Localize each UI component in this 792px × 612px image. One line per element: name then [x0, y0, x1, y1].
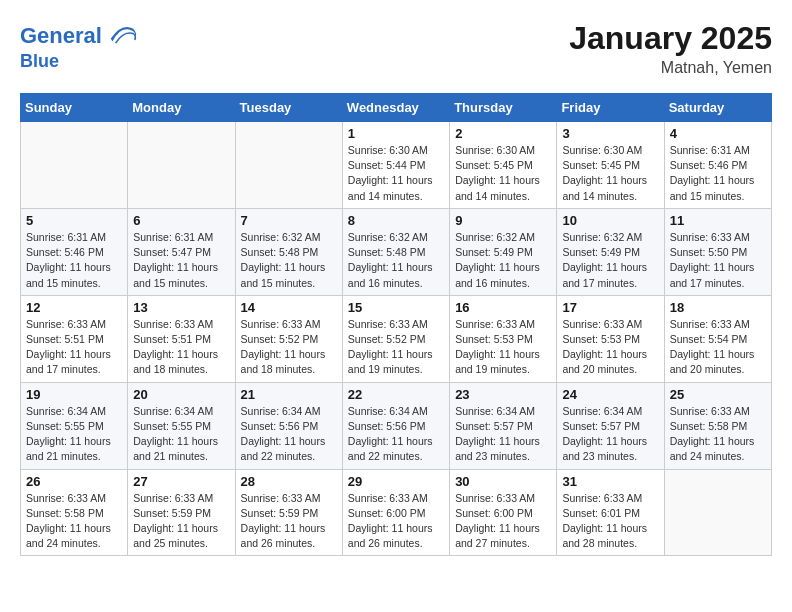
- day-cell: 9Sunrise: 6:32 AMSunset: 5:49 PMDaylight…: [450, 208, 557, 295]
- logo-blue-text: Blue: [20, 52, 138, 72]
- day-cell: 14Sunrise: 6:33 AMSunset: 5:52 PMDayligh…: [235, 295, 342, 382]
- day-cell: [235, 122, 342, 209]
- day-number: 12: [26, 300, 122, 315]
- col-header-saturday: Saturday: [664, 94, 771, 122]
- day-cell: 29Sunrise: 6:33 AMSunset: 6:00 PMDayligh…: [342, 469, 449, 556]
- day-number: 20: [133, 387, 229, 402]
- day-cell: 16Sunrise: 6:33 AMSunset: 5:53 PMDayligh…: [450, 295, 557, 382]
- col-header-wednesday: Wednesday: [342, 94, 449, 122]
- day-number: 23: [455, 387, 551, 402]
- day-cell: [21, 122, 128, 209]
- day-number: 18: [670, 300, 766, 315]
- day-info: Sunrise: 6:30 AMSunset: 5:45 PMDaylight:…: [562, 143, 658, 204]
- logo-icon: [106, 20, 138, 52]
- day-number: 11: [670, 213, 766, 228]
- day-cell: 28Sunrise: 6:33 AMSunset: 5:59 PMDayligh…: [235, 469, 342, 556]
- day-cell: 1Sunrise: 6:30 AMSunset: 5:44 PMDaylight…: [342, 122, 449, 209]
- day-number: 16: [455, 300, 551, 315]
- day-info: Sunrise: 6:30 AMSunset: 5:45 PMDaylight:…: [455, 143, 551, 204]
- day-cell: 20Sunrise: 6:34 AMSunset: 5:55 PMDayligh…: [128, 382, 235, 469]
- col-header-tuesday: Tuesday: [235, 94, 342, 122]
- day-info: Sunrise: 6:31 AMSunset: 5:47 PMDaylight:…: [133, 230, 229, 291]
- week-row-2: 5Sunrise: 6:31 AMSunset: 5:46 PMDaylight…: [21, 208, 772, 295]
- day-info: Sunrise: 6:34 AMSunset: 5:56 PMDaylight:…: [348, 404, 444, 465]
- day-cell: 30Sunrise: 6:33 AMSunset: 6:00 PMDayligh…: [450, 469, 557, 556]
- day-number: 10: [562, 213, 658, 228]
- day-number: 17: [562, 300, 658, 315]
- day-number: 14: [241, 300, 337, 315]
- calendar-header-row: SundayMondayTuesdayWednesdayThursdayFrid…: [21, 94, 772, 122]
- calendar-body: 1Sunrise: 6:30 AMSunset: 5:44 PMDaylight…: [21, 122, 772, 556]
- logo-text: General: [20, 24, 102, 48]
- day-info: Sunrise: 6:33 AMSunset: 5:52 PMDaylight:…: [348, 317, 444, 378]
- day-cell: 24Sunrise: 6:34 AMSunset: 5:57 PMDayligh…: [557, 382, 664, 469]
- day-cell: [128, 122, 235, 209]
- day-number: 4: [670, 126, 766, 141]
- day-number: 21: [241, 387, 337, 402]
- day-cell: 23Sunrise: 6:34 AMSunset: 5:57 PMDayligh…: [450, 382, 557, 469]
- day-cell: 3Sunrise: 6:30 AMSunset: 5:45 PMDaylight…: [557, 122, 664, 209]
- day-info: Sunrise: 6:34 AMSunset: 5:57 PMDaylight:…: [455, 404, 551, 465]
- day-cell: 18Sunrise: 6:33 AMSunset: 5:54 PMDayligh…: [664, 295, 771, 382]
- day-number: 9: [455, 213, 551, 228]
- day-info: Sunrise: 6:31 AMSunset: 5:46 PMDaylight:…: [26, 230, 122, 291]
- calendar-table: SundayMondayTuesdayWednesdayThursdayFrid…: [20, 93, 772, 556]
- day-number: 6: [133, 213, 229, 228]
- day-info: Sunrise: 6:33 AMSunset: 6:00 PMDaylight:…: [348, 491, 444, 552]
- col-header-monday: Monday: [128, 94, 235, 122]
- week-row-3: 12Sunrise: 6:33 AMSunset: 5:51 PMDayligh…: [21, 295, 772, 382]
- day-number: 24: [562, 387, 658, 402]
- day-cell: 17Sunrise: 6:33 AMSunset: 5:53 PMDayligh…: [557, 295, 664, 382]
- day-info: Sunrise: 6:34 AMSunset: 5:56 PMDaylight:…: [241, 404, 337, 465]
- day-info: Sunrise: 6:32 AMSunset: 5:49 PMDaylight:…: [455, 230, 551, 291]
- col-header-friday: Friday: [557, 94, 664, 122]
- week-row-4: 19Sunrise: 6:34 AMSunset: 5:55 PMDayligh…: [21, 382, 772, 469]
- day-info: Sunrise: 6:34 AMSunset: 5:57 PMDaylight:…: [562, 404, 658, 465]
- day-cell: 27Sunrise: 6:33 AMSunset: 5:59 PMDayligh…: [128, 469, 235, 556]
- day-number: 29: [348, 474, 444, 489]
- day-number: 22: [348, 387, 444, 402]
- day-cell: 5Sunrise: 6:31 AMSunset: 5:46 PMDaylight…: [21, 208, 128, 295]
- day-info: Sunrise: 6:33 AMSunset: 5:51 PMDaylight:…: [26, 317, 122, 378]
- day-number: 8: [348, 213, 444, 228]
- day-cell: 22Sunrise: 6:34 AMSunset: 5:56 PMDayligh…: [342, 382, 449, 469]
- day-info: Sunrise: 6:33 AMSunset: 6:00 PMDaylight:…: [455, 491, 551, 552]
- day-info: Sunrise: 6:33 AMSunset: 5:59 PMDaylight:…: [241, 491, 337, 552]
- day-number: 25: [670, 387, 766, 402]
- day-info: Sunrise: 6:32 AMSunset: 5:48 PMDaylight:…: [348, 230, 444, 291]
- day-info: Sunrise: 6:33 AMSunset: 5:54 PMDaylight:…: [670, 317, 766, 378]
- title-block: January 2025 Matnah, Yemen: [569, 20, 772, 77]
- page-header: General Blue January 2025 Matnah, Yemen: [20, 20, 772, 77]
- day-cell: 2Sunrise: 6:30 AMSunset: 5:45 PMDaylight…: [450, 122, 557, 209]
- day-info: Sunrise: 6:34 AMSunset: 5:55 PMDaylight:…: [133, 404, 229, 465]
- day-info: Sunrise: 6:33 AMSunset: 5:59 PMDaylight:…: [133, 491, 229, 552]
- day-cell: 12Sunrise: 6:33 AMSunset: 5:51 PMDayligh…: [21, 295, 128, 382]
- day-number: 28: [241, 474, 337, 489]
- day-number: 27: [133, 474, 229, 489]
- day-cell: 26Sunrise: 6:33 AMSunset: 5:58 PMDayligh…: [21, 469, 128, 556]
- day-info: Sunrise: 6:30 AMSunset: 5:44 PMDaylight:…: [348, 143, 444, 204]
- day-cell: 21Sunrise: 6:34 AMSunset: 5:56 PMDayligh…: [235, 382, 342, 469]
- day-cell: 10Sunrise: 6:32 AMSunset: 5:49 PMDayligh…: [557, 208, 664, 295]
- day-cell: 8Sunrise: 6:32 AMSunset: 5:48 PMDaylight…: [342, 208, 449, 295]
- day-info: Sunrise: 6:33 AMSunset: 5:53 PMDaylight:…: [562, 317, 658, 378]
- col-header-thursday: Thursday: [450, 94, 557, 122]
- day-number: 5: [26, 213, 122, 228]
- day-cell: 4Sunrise: 6:31 AMSunset: 5:46 PMDaylight…: [664, 122, 771, 209]
- day-number: 1: [348, 126, 444, 141]
- day-info: Sunrise: 6:34 AMSunset: 5:55 PMDaylight:…: [26, 404, 122, 465]
- day-cell: 25Sunrise: 6:33 AMSunset: 5:58 PMDayligh…: [664, 382, 771, 469]
- day-number: 3: [562, 126, 658, 141]
- day-info: Sunrise: 6:31 AMSunset: 5:46 PMDaylight:…: [670, 143, 766, 204]
- day-number: 15: [348, 300, 444, 315]
- day-number: 13: [133, 300, 229, 315]
- day-cell: 11Sunrise: 6:33 AMSunset: 5:50 PMDayligh…: [664, 208, 771, 295]
- day-number: 26: [26, 474, 122, 489]
- day-number: 2: [455, 126, 551, 141]
- day-number: 19: [26, 387, 122, 402]
- day-cell: 15Sunrise: 6:33 AMSunset: 5:52 PMDayligh…: [342, 295, 449, 382]
- day-info: Sunrise: 6:33 AMSunset: 5:53 PMDaylight:…: [455, 317, 551, 378]
- day-cell: 19Sunrise: 6:34 AMSunset: 5:55 PMDayligh…: [21, 382, 128, 469]
- month-title: January 2025: [569, 20, 772, 57]
- location-subtitle: Matnah, Yemen: [569, 59, 772, 77]
